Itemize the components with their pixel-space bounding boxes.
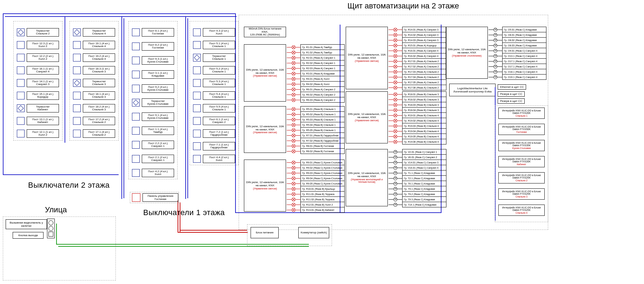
thermostat-icon	[193, 54, 201, 62]
relay-channel: Гр. R17.03 (Фаза А) Спальня 2	[389, 69, 446, 75]
relay-channel: Гр. R17.02 (Фаза А) Спальня 2	[389, 64, 446, 69]
switch-item: Пост 18.1 (4 кл.)Спальня 3	[73, 91, 115, 100]
switch-icon	[193, 92, 201, 99]
relay-channel: MГр. V16.01 (Фаза С) Санузел 4	[389, 165, 446, 170]
relay-channel-label: Гр. T9.2 (Фаза С) Кладовая	[402, 191, 446, 197]
reserve-2: Резерв в щит СС	[498, 98, 525, 104]
relay-channel: Гр. R6.03 (Фаза А) Санузел 2	[287, 97, 345, 103]
relay-channel: Гр. R15.01 (Фаза А) Коридор	[389, 43, 446, 48]
switch-label: Пост 18.2 (4 кл.)Спальня 3	[83, 104, 115, 112]
wire-red	[180, 202, 180, 232]
switch-icon	[132, 85, 140, 92]
switch-icon	[132, 155, 140, 163]
switch-icon	[132, 71, 140, 78]
wire-blue	[121, 16, 122, 199]
relay-channel: MГр. T14.1 (Фаза С) Кладовая	[389, 202, 446, 207]
wire-blue	[3, 13, 235, 14]
switch-icon	[73, 92, 81, 99]
switch-label: Пост 5.4 (4 кл.)Спальня 1	[203, 91, 235, 100]
relay-channel-label: Гр. R5.01 (Фаза В) Спальня 1	[300, 106, 345, 112]
switch-icon	[73, 54, 81, 62]
switch-item: Пост 9.2 (4 кл.)Кухня-Столовая	[132, 84, 174, 93]
relay-channel: Гр. R17.04 (Фаза А) Спальня 2	[389, 74, 446, 80]
switch-icon	[132, 57, 140, 64]
relay-channel: MГр. T1.1 (Фаза С) Кладовая	[389, 170, 446, 176]
switch-item: Пост 4.2 (4 кл.)Холл	[132, 169, 174, 177]
relay-channel: Гр. R4.02 (Фаза А) Холл	[287, 81, 345, 87]
switch-item: ТермостатКабинет	[17, 104, 59, 112]
relay-channel-label: Гр. T9.3 (Фаза С) Кладовая	[402, 196, 446, 202]
relay-channel-label: Гр. О9.01 (Фаза С) Санузел 4	[502, 48, 546, 53]
relay-channel-label: Гр. T1.1 (Фаза С) Кладовая	[402, 170, 446, 176]
switch-label: Пост 12.1 (1 кл.)Холл 2	[27, 129, 59, 138]
switch-item: Пост 4.4 (2 кл.)Холл	[193, 155, 235, 163]
relay-channel-label: Гр. R13.01 (Фаза В) Кабинет	[300, 207, 345, 213]
title-switches-2: Выключатели 2 этажа	[28, 181, 110, 190]
switch-icon	[17, 92, 25, 99]
relay-channel: Гр. R17.05 (Фаза А) Спальня 2	[389, 79, 446, 85]
switch-item: Пост 12.1 (1 кл.)Холл 2	[17, 129, 59, 138]
switch-item: Пост 18.2 (4 кл.)Спальня 3	[73, 104, 115, 112]
relay-channel-label: Гр. R14.01 (Фаза А) Санузел 3	[402, 27, 446, 32]
relay-channel: MГр. О9.01 (Фаза С) Санузел 4	[489, 48, 546, 53]
switch-item: Пост 18.3 (1 кл.)Спальня 3	[73, 66, 115, 75]
relay-channel: Гр. R18.01 (Фаза В) Спальня 3	[389, 91, 446, 97]
relay-channel-label: Гр. R9.03 (Фаза С) Кухня-Столовая	[300, 170, 345, 176]
relay-channel-label: Гр. R19.05 (Фаза В) Спальня 4	[402, 134, 446, 139]
relay-block-head: DIN реле, 12-канальное, 10А на канал, KN…	[346, 91, 388, 143]
switch-item: Пост 5.3 (4 кл.)Спальня 1	[193, 79, 235, 87]
relay-channel-label: Гр. R12.01 (Фаза В) Холл 2	[300, 202, 345, 207]
relay-channel: MГр. О8.02 (Фаза С) Кладовая	[489, 37, 546, 43]
klic-interface: Интерфейс KNX KLIC-DD в Блоке Daikin FTX…	[498, 172, 545, 183]
relay-channel: Гр. R12.01 (Фаза В) Холл 2	[287, 202, 345, 207]
reserve-0: Ethernet в щит СС	[498, 84, 526, 90]
street-videopanel: Вызывная видеопанель у калитки	[6, 219, 47, 229]
relay-channel-label: Гр. R14.02 (Фаза А) Санузел 3	[402, 32, 446, 38]
switch-label: ТермостатСпальня 1	[203, 53, 235, 62]
relay-channel-label: Гр. T9.1 (Фаза С) Кладовая	[402, 186, 446, 192]
relay-channel: MГр. V14.01 (Фаза С) Санузел 3	[389, 160, 446, 165]
relay-block-head: 960mA DIN-Блок питания KNX,120-250В AC (…	[244, 27, 286, 37]
intercom-icon	[47, 219, 55, 238]
switch-label: ТермостатСпальня 4	[83, 28, 115, 37]
switch-label: Пост 19.1 (4 кл.)Спальня 4	[83, 41, 115, 49]
switch-icon	[132, 141, 140, 149]
title-switches-1: Выключатели 1 этажа	[143, 208, 225, 217]
switch-icon	[17, 54, 25, 62]
relay-channel-label: Гр. О8.02 (Фаза С) Кладовая	[502, 37, 546, 43]
relay-channel: Гр. R16.01 (Фаза А) Санузел 4	[389, 48, 446, 53]
relay-block-head: DIN реле, 12-канальное, 10А на канал, KN…	[244, 160, 286, 212]
relay-channel: Гр. R3.01 (Фаза А) Кладовая	[287, 71, 345, 76]
switch-icon	[132, 28, 140, 36]
logic-line1: LogicMachine4actor Lite	[457, 87, 488, 90]
relay-channel: Гр. R6.01 (Фаза А) Санузел 2	[287, 86, 345, 92]
relay-channel: MГр. T2.1 (Фаза С) Кладовая	[389, 175, 446, 181]
relay-channel: Гр. R9.01 (Фаза С) Кухня-Столовая	[287, 160, 345, 165]
thermostat-icon	[132, 99, 140, 106]
relay-channel-label: Гр. О18.1 (Фаза С) Санузел 4	[502, 69, 546, 75]
switch-label: Пост 7.2 (1 кл.)Гардеробная	[203, 129, 235, 138]
switch-item: Пост 7.2 (1 кл.)Гардеробная	[193, 129, 235, 138]
relay-channel: MГр. О8.03 (Фаза С) Кладовая	[489, 43, 546, 48]
relay-channel: Гр. R19.02 (Фаза В) Спальня 4	[389, 118, 446, 123]
switch-icon	[132, 169, 140, 177]
relay-channel-label: Гр. T2.1 (Фаза С) Кладовая	[402, 175, 446, 181]
switch-label: Пост 14.1 (1 кл.)Санузел 3	[27, 79, 59, 87]
relay-channel: MГр. О8.01 (Фаза С) Кладовая	[489, 32, 546, 38]
switch-icon	[73, 66, 81, 74]
relay-channel: Гр. R13.01 (Фаза В) Кабинет	[287, 207, 345, 213]
relay-channel-label: Гр. R9.04 (Фаза С) Кухня-Столовая	[300, 175, 345, 181]
relay-channel: Гр. R18.03 (Фаза В) Спальня 3	[389, 102, 446, 108]
switch-icon	[17, 79, 25, 87]
relay-channel: Гр. R19.06 (Фаза В) Спальня 4	[389, 139, 446, 144]
switch-label: ТермостатКабинет	[27, 104, 59, 112]
switch-icon	[193, 117, 201, 125]
relay-block-head: DIN реле, 12-канальное, 10А на канал, KN…	[346, 27, 388, 89]
street-exit-btn: Кнопка выхода	[13, 232, 44, 239]
switch-icon	[132, 113, 140, 121]
relay-channel: MГр. О17.1 (Фаза С) Санузел 4	[489, 58, 546, 64]
relay-channel: Гр. R19.01 (Фаза В) Спальня 4	[389, 112, 446, 118]
relay-channel: MГр. О13.1 (Фаза С) Санузел 4	[489, 53, 546, 59]
relay-channel: Гр. R6.02 (Фаза А) Санузел 2	[287, 92, 345, 97]
switch-item: ТермостатСпальня 2	[17, 28, 59, 37]
